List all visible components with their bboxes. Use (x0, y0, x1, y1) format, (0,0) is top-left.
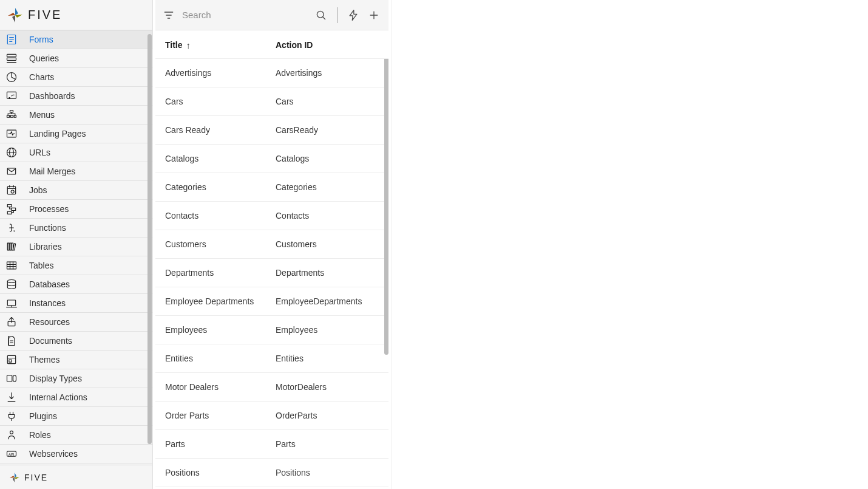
svg-rect-4 (7, 54, 16, 56)
functions-icon: x (5, 221, 18, 234)
sidebar-item-themes[interactable]: Themes (0, 351, 152, 369)
charts-icon (5, 70, 18, 84)
cell-title: Order Parts (165, 411, 276, 420)
cell-action-id: EmployeeDepartments (276, 296, 379, 306)
menus-icon (5, 108, 18, 121)
sidebar-item-urls[interactable]: URLs (0, 143, 152, 162)
cell-action-id: Contacts (276, 211, 379, 221)
svg-point-9 (9, 98, 10, 99)
cell-action-id: Parts (276, 439, 379, 449)
table-row[interactable]: PartsParts (155, 430, 388, 459)
sidebar-item-label: Queries (29, 53, 59, 63)
table-row[interactable]: DepartmentsDepartments (155, 259, 388, 287)
sidebar-item-landing-pages[interactable]: Landing Pages (0, 125, 152, 143)
webservices-icon: API (5, 447, 18, 460)
sidebar-item-documents[interactable]: Documents (0, 332, 152, 351)
cell-action-id: Departments (276, 268, 379, 278)
sidebar-item-mail-merges[interactable]: Mail Merges (0, 162, 152, 181)
table-row[interactable]: CatalogsCatalogs (155, 145, 388, 173)
sidebar-item-queries[interactable]: Queries (0, 49, 152, 68)
table-row[interactable]: Order PartsOrderParts (155, 402, 388, 430)
sidebar-item-display-types[interactable]: Display Types (0, 369, 152, 388)
table-row[interactable]: Employee DepartmentsEmployeeDepartments (155, 287, 388, 316)
sidebar-item-menus[interactable]: Menus (0, 106, 152, 125)
table-row[interactable]: Motor DealersMotorDealers (155, 373, 388, 402)
column-action-id-label: Action ID (276, 40, 313, 50)
table[interactable]: Title ↑ Action ID AdvertisingsAdvertisin… (155, 30, 388, 489)
sidebar-item-functions[interactable]: xFunctions (0, 219, 152, 238)
tables-icon (5, 259, 18, 272)
sidebar-item-internal-actions[interactable]: Internal Actions (0, 388, 152, 407)
list-toolbar (155, 0, 388, 30)
queries-icon (5, 52, 18, 65)
sidebar-item-instances[interactable]: Instances (0, 294, 152, 313)
table-row[interactable]: CarsCars (155, 87, 388, 116)
table-row[interactable]: ContactsContacts (155, 202, 388, 230)
sidebar-item-label: Display Types (29, 374, 82, 383)
sidebar-item-label: URLs (29, 148, 50, 157)
jobs-icon (5, 183, 18, 197)
column-header-title[interactable]: Title ↑ (165, 40, 276, 50)
add-button[interactable] (367, 8, 381, 22)
cell-title: Contacts (165, 211, 276, 221)
sidebar-item-roles[interactable]: Roles (0, 426, 152, 445)
svg-rect-43 (7, 300, 15, 306)
svg-rect-33 (7, 243, 9, 250)
sidebar-item-forms[interactable]: Forms (0, 30, 152, 49)
sidebar-item-libraries[interactable]: Libraries (0, 238, 152, 256)
bolt-icon[interactable] (346, 8, 361, 22)
sidebar-item-label: Internal Actions (29, 392, 87, 402)
documents-icon (5, 334, 18, 347)
sidebar-nav[interactable]: FormsQueriesChartsDashboardsMenusLanding… (0, 30, 152, 465)
cell-action-id: Advertisings (276, 68, 379, 78)
column-header-action-id[interactable]: Action ID (276, 40, 379, 50)
svg-rect-28 (7, 205, 12, 207)
brand-logo-small-icon (8, 471, 21, 484)
table-header: Title ↑ Action ID (155, 30, 388, 59)
brand-footer-text: FIVE (24, 473, 48, 482)
search-icon[interactable] (314, 8, 328, 22)
table-row[interactable]: CategoriesCategories (155, 173, 388, 202)
cell-title: Customers (165, 239, 276, 249)
sidebar-header: FIVE (0, 0, 152, 30)
search-input[interactable] (182, 10, 308, 20)
table-row[interactable]: Cars ReadyCarsReady (155, 116, 388, 145)
sidebar-item-tables[interactable]: Tables (0, 256, 152, 275)
table-row[interactable]: CustomersCustomers (155, 230, 388, 259)
cell-title: Employee Departments (165, 296, 276, 306)
svg-text:x: x (13, 229, 15, 233)
sidebar-item-plugins[interactable]: Plugins (0, 407, 152, 426)
svg-rect-8 (7, 92, 16, 98)
cell-action-id: Catalogs (276, 154, 379, 163)
display-types-icon (5, 372, 18, 385)
table-row[interactable]: PositionsPositions (155, 459, 388, 487)
libraries-icon (5, 240, 18, 253)
sidebar-item-databases[interactable]: Databases (0, 275, 152, 294)
sidebar-item-charts[interactable]: Charts (0, 68, 152, 87)
sidebar: FIVE FormsQueriesChartsDashboardsMenusLa… (0, 0, 153, 489)
cell-title: Entities (165, 354, 276, 363)
sidebar-item-label: Mail Merges (29, 166, 75, 176)
sidebar-item-label: Resources (29, 317, 70, 327)
sidebar-item-resources[interactable]: Resources (0, 313, 152, 332)
table-row[interactable]: EntitiesEntities (155, 344, 388, 373)
detail-panel (392, 0, 868, 489)
svg-text:API: API (8, 453, 15, 456)
svg-line-63 (323, 16, 325, 19)
filter-icon[interactable] (161, 8, 176, 22)
databases-icon (5, 278, 18, 291)
sidebar-item-dashboards[interactable]: Dashboards (0, 87, 152, 106)
urls-icon (5, 146, 18, 159)
cell-action-id: Customers (276, 239, 379, 249)
sidebar-item-webservices[interactable]: APIWebservices (0, 445, 152, 463)
column-title-label: Title (165, 40, 183, 50)
svg-rect-12 (10, 115, 13, 117)
cell-title: Parts (165, 439, 276, 449)
table-row[interactable]: AdvertisingsAdvertisings (155, 59, 388, 87)
sidebar-item-processes[interactable]: Processes (0, 200, 152, 219)
cell-title: Categories (165, 182, 276, 192)
cell-title: Cars (165, 97, 276, 106)
svg-rect-53 (13, 375, 16, 381)
table-row[interactable]: EmployeesEmployees (155, 316, 388, 344)
sidebar-item-jobs[interactable]: Jobs (0, 181, 152, 200)
